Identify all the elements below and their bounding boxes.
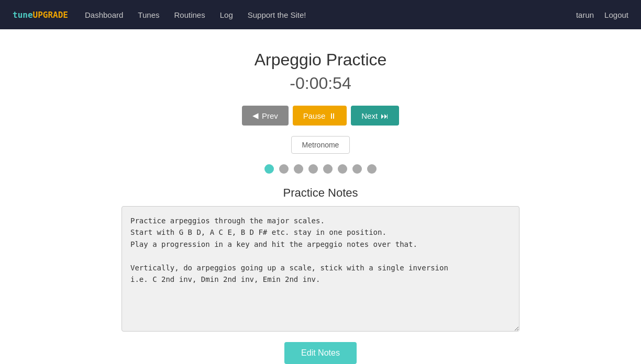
next-label: Next xyxy=(361,111,378,120)
next-icon: ⏭ xyxy=(381,111,389,120)
prev-button[interactable]: ◀ Prev xyxy=(242,106,289,126)
dot-7[interactable] xyxy=(352,164,362,174)
section-title: Practice Notes xyxy=(283,186,358,200)
edit-notes-button[interactable]: Edit Notes xyxy=(284,342,357,364)
pause-button[interactable]: Pause ⏸ xyxy=(293,106,347,126)
nav-routines[interactable]: Routines xyxy=(174,10,205,19)
dot-2[interactable] xyxy=(279,164,289,174)
navbar: tuneUPGRADE Dashboard Tunes Routines Log… xyxy=(0,0,641,29)
pause-icon: ⏸ xyxy=(328,111,336,120)
progress-dots xyxy=(264,164,377,174)
logo-tune: tune xyxy=(13,10,33,20)
practice-notes-textarea[interactable] xyxy=(121,206,520,332)
logo: tuneUPGRADE xyxy=(13,10,68,20)
timer-display: -0:00:54 xyxy=(290,74,351,93)
nav-right: tarun Logout xyxy=(576,10,628,19)
pause-label: Pause xyxy=(303,111,326,120)
logo-upgrade: UPGRADE xyxy=(33,10,68,20)
dot-8[interactable] xyxy=(367,164,377,174)
dot-3[interactable] xyxy=(294,164,303,174)
nav-log[interactable]: Log xyxy=(220,10,233,19)
nav-tunes[interactable]: Tunes xyxy=(138,10,159,19)
main-content: Arpeggio Practice -0:00:54 ◀ Prev Pause … xyxy=(111,29,530,364)
nav-support[interactable]: Support the Site! xyxy=(248,10,306,19)
page-title: Arpeggio Practice xyxy=(255,50,387,70)
nav-username: tarun xyxy=(576,10,594,19)
nav-links: Dashboard Tunes Routines Log Support the… xyxy=(85,10,576,19)
dot-6[interactable] xyxy=(338,164,347,174)
metronome-button[interactable]: Metronome xyxy=(291,136,350,154)
dot-1[interactable] xyxy=(264,164,274,174)
dot-5[interactable] xyxy=(323,164,333,174)
prev-label: Prev xyxy=(262,111,278,120)
playback-controls: ◀ Prev Pause ⏸ Next ⏭ xyxy=(242,106,399,126)
prev-icon: ◀ xyxy=(252,111,259,120)
next-button[interactable]: Next ⏭ xyxy=(351,106,399,126)
dot-4[interactable] xyxy=(308,164,318,174)
nav-dashboard[interactable]: Dashboard xyxy=(85,10,123,19)
nav-logout[interactable]: Logout xyxy=(604,10,628,19)
